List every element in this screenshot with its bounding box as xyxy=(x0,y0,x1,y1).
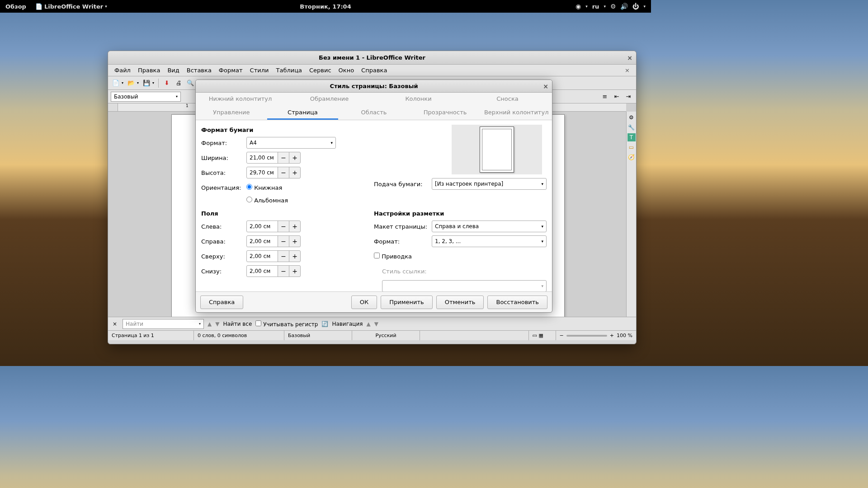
activities-button[interactable]: Обзор xyxy=(0,3,32,10)
margin-bottom-input[interactable] xyxy=(246,265,278,277)
indent-increase-icon[interactable]: ⇥ xyxy=(623,92,633,102)
menu-table[interactable]: Таблица xyxy=(272,67,306,74)
sidebar-gallery-icon[interactable]: ▭ xyxy=(627,143,636,151)
volume-icon[interactable]: 🔊 xyxy=(620,3,628,10)
tab-area[interactable]: Область xyxy=(338,106,410,120)
menu-file[interactable]: Файл xyxy=(111,67,134,74)
margin-right-input[interactable] xyxy=(246,235,278,247)
dialog-titlebar[interactable]: Стиль страницы: Базовый × xyxy=(196,80,552,93)
width-increment[interactable]: + xyxy=(289,152,301,164)
clock[interactable]: Вторник, 17:04 xyxy=(300,3,351,10)
page-layout-select[interactable]: Справа и слева ▾ xyxy=(432,221,547,232)
register-true-checkbox[interactable]: Приводка xyxy=(374,253,412,260)
save-icon[interactable]: 💾 xyxy=(142,78,151,88)
orientation-landscape-radio[interactable]: Альбомная xyxy=(246,197,288,204)
status-language[interactable]: Русский xyxy=(352,331,420,340)
chevron-down-icon[interactable]: ▾ xyxy=(136,81,140,85)
sidebar-navigator-icon[interactable]: 🧭 xyxy=(627,153,636,161)
menu-format[interactable]: Формат xyxy=(215,67,246,74)
tab-page[interactable]: Страница xyxy=(267,106,339,120)
network-icon[interactable]: ⚙ xyxy=(610,3,616,10)
margin-bottom-increment[interactable]: + xyxy=(289,265,301,277)
close-document-button[interactable]: × xyxy=(621,67,633,74)
status-mode[interactable] xyxy=(420,331,529,340)
menu-insert[interactable]: Вставка xyxy=(183,67,215,74)
orientation-portrait-radio[interactable]: Книжная xyxy=(246,184,282,191)
tab-footer[interactable]: Нижний колонтитул xyxy=(196,93,285,106)
height-input[interactable] xyxy=(246,167,278,178)
margin-bottom-decrement[interactable]: − xyxy=(278,265,289,277)
find-all-button[interactable]: Найти все xyxy=(223,321,252,327)
margin-right-decrement[interactable]: − xyxy=(278,235,289,247)
tab-footnote[interactable]: Сноска xyxy=(463,93,552,106)
nav-next-button[interactable]: ▼ xyxy=(374,321,378,327)
menu-window[interactable]: Окно xyxy=(335,67,358,74)
list-bullet-icon[interactable]: ≡ xyxy=(600,92,610,102)
menu-tools[interactable]: Сервис xyxy=(306,67,335,74)
window-close-button[interactable]: × xyxy=(627,54,632,61)
print-icon[interactable]: 🖨 xyxy=(174,78,184,88)
menu-help[interactable]: Справка xyxy=(358,67,391,74)
margin-top-increment[interactable]: + xyxy=(289,250,301,262)
apply-button[interactable]: Применить xyxy=(381,296,432,309)
keyboard-layout-indicator[interactable]: ru xyxy=(592,3,599,10)
paragraph-style-combo[interactable]: Базовый ▾ xyxy=(111,92,181,102)
export-pdf-icon[interactable]: ⬇ xyxy=(162,78,172,88)
nav-prev-button[interactable]: ▲ xyxy=(367,321,371,327)
find-next-button[interactable]: ▼ xyxy=(215,321,219,327)
ok-button[interactable]: ОК xyxy=(351,296,377,309)
find-prev-button[interactable]: ▲ xyxy=(208,321,212,327)
width-decrement[interactable]: − xyxy=(278,152,289,164)
tab-columns[interactable]: Колонки xyxy=(374,93,463,106)
margin-left-increment[interactable]: + xyxy=(289,221,301,232)
margin-top-input[interactable] xyxy=(246,250,278,262)
close-findbar-button[interactable]: × xyxy=(111,321,119,327)
tab-transparency[interactable]: Прозрачность xyxy=(410,106,481,120)
navigate-by-icon[interactable]: 🔄 xyxy=(321,321,328,327)
zoom-slider[interactable] xyxy=(566,335,607,337)
match-case-checkbox[interactable]: Учитывать регистр xyxy=(255,320,318,328)
margin-left-decrement[interactable]: − xyxy=(278,221,289,232)
reset-button[interactable]: Восстановить xyxy=(487,296,547,309)
sidebar-settings-icon[interactable]: ⚙ xyxy=(627,113,636,122)
margin-left-input[interactable] xyxy=(246,221,278,232)
cancel-button[interactable]: Отменить xyxy=(436,296,484,309)
dialog-close-button[interactable]: × xyxy=(543,83,548,90)
width-input[interactable] xyxy=(246,152,278,164)
sidebar-properties-icon[interactable]: 🔧 xyxy=(627,123,636,131)
sidebar-styles-icon[interactable]: T xyxy=(627,133,636,141)
help-button[interactable]: Справка xyxy=(200,296,243,309)
height-increment[interactable]: + xyxy=(289,167,301,178)
menu-view[interactable]: Вид xyxy=(164,67,183,74)
writer-titlebar[interactable]: Без имени 1 - LibreOffice Writer × xyxy=(108,51,636,65)
status-style[interactable]: Базовый xyxy=(284,331,352,340)
tab-organizer[interactable]: Управление xyxy=(196,106,267,120)
indent-decrease-icon[interactable]: ⇤ xyxy=(612,92,622,102)
find-input[interactable]: Найти ▾ xyxy=(123,319,204,329)
open-icon[interactable]: 📂 xyxy=(126,78,136,88)
menu-edit[interactable]: Правка xyxy=(134,67,164,74)
chevron-down-icon[interactable]: ▾ xyxy=(121,81,124,85)
tab-header[interactable]: Верхний колонтитул xyxy=(481,106,552,120)
status-page[interactable]: Страница 1 из 1 xyxy=(108,331,194,340)
chevron-down-icon[interactable]: ▾ xyxy=(151,81,155,85)
new-icon[interactable]: 📄 xyxy=(111,78,121,88)
margin-right-increment[interactable]: + xyxy=(289,235,301,247)
menu-styles[interactable]: Стили xyxy=(246,67,273,74)
status-view-icons[interactable]: ▭ ▦ xyxy=(529,331,556,340)
height-decrement[interactable]: − xyxy=(278,167,289,178)
tab-borders[interactable]: Обрамление xyxy=(285,93,374,106)
zoom-in-icon[interactable]: + xyxy=(610,333,614,338)
number-format-select[interactable]: 1, 2, 3, ... ▾ xyxy=(432,235,547,247)
status-words[interactable]: 0 слов, 0 символов xyxy=(194,331,284,340)
app-menu[interactable]: 📄 LibreOffice Writer ▾ xyxy=(32,3,111,10)
zoom-out-icon[interactable]: − xyxy=(560,333,564,338)
print-preview-icon[interactable]: 🔍 xyxy=(185,78,195,88)
paper-format-select[interactable]: A4 ▾ xyxy=(246,137,336,149)
accessibility-icon[interactable]: ◉ xyxy=(576,3,581,10)
zoom-control[interactable]: − + 100 % xyxy=(556,333,636,338)
paper-tray-select[interactable]: [Из настроек принтера] ▾ xyxy=(432,178,547,190)
power-icon[interactable]: ⏻ xyxy=(632,3,639,10)
zoom-value[interactable]: 100 % xyxy=(617,333,632,338)
margin-top-decrement[interactable]: − xyxy=(278,250,289,262)
